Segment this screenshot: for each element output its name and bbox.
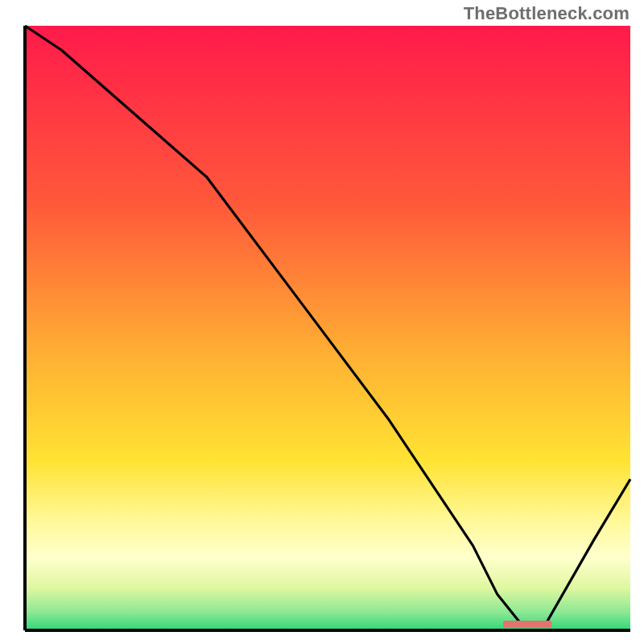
plot-background [25, 26, 630, 630]
bottleneck-chart [0, 0, 644, 644]
chart-root: TheBottleneck.com [0, 0, 644, 644]
optimal-range-marker [503, 621, 551, 628]
